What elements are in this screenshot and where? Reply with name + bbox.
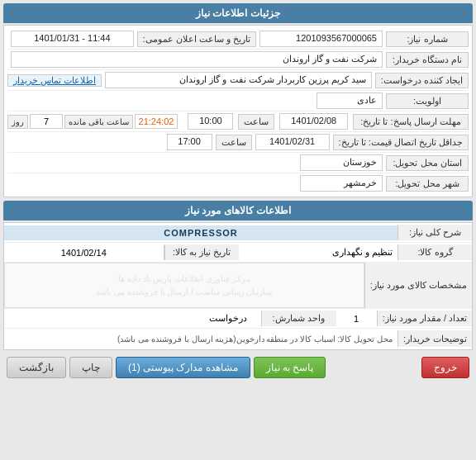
- specs-watermark: مرکز فناوری اطلاعات پارس ناد داده ها ساز…: [4, 263, 364, 308]
- goods-date-value: 1401/02/14: [4, 245, 164, 260]
- contact-link[interactable]: اطلاعات تماس خریدار: [7, 74, 102, 87]
- qty-value: 1: [336, 311, 377, 326]
- compressor-label: شرح کلی نیاز:: [397, 225, 472, 240]
- ticket-number-label: شماره نیاز:: [386, 31, 469, 47]
- remaining-time-value: 21:24:02: [135, 114, 178, 129]
- priority-row: اولویت: عادی: [7, 91, 469, 111]
- priority-label: اولویت:: [386, 93, 469, 109]
- group-label: گروه کالا:: [397, 244, 472, 260]
- button-group: پاسخ به نیاز مشاهده مدارک پیوستی (1) چاپ…: [7, 357, 326, 378]
- specs-row: مشخصات کالای مورد نیاز: مرکز فناوری اطلا…: [4, 263, 472, 309]
- to-date-value: 1401/02/31: [255, 134, 330, 150]
- buyer-row: نام دستگاه خریدار: شرکت نفت و گاز اروندا…: [7, 50, 469, 70]
- remaining-time-label: ساعت باقی مانده: [64, 115, 133, 129]
- notes-value: محل تحویل کالا: اسباب کالا در منطقه دارخ…: [4, 330, 397, 348]
- compressor-value: COMPRESSOR: [4, 225, 397, 240]
- from-date-label: مهلت ارسال پاسخ: تا تاریخ:: [353, 114, 469, 130]
- goods-info-section: شرح کلی نیاز: COMPRESSOR گروه کالا: تنظی…: [3, 222, 473, 350]
- specs-label: مشخصات کالای مورد نیاز:: [364, 263, 472, 308]
- watermark-text: مرکز فناوری اطلاعات پارس ناد داده ها ساز…: [96, 273, 272, 299]
- qty-row: تعداد / مقدار مورد نیاز: 1 واحد شمارش: د…: [4, 309, 472, 329]
- remaining-days-value: 7: [30, 114, 63, 129]
- province-label: استان محل تحویل:: [386, 155, 469, 171]
- remaining-days-label: روز: [7, 115, 28, 129]
- qty-unit-value: درخواست: [195, 311, 261, 326]
- section-header: جزئیات اطلاعات نیاز: [3, 3, 473, 23]
- date-label: تاریخ و ساعت اعلان عمومی:: [137, 31, 256, 47]
- notes-label: توضیحات خریدار:: [397, 330, 472, 347]
- to-date-row: جداقل تاریخ اتصال قیمت: تا تاریخ: 1401/0…: [7, 132, 469, 153]
- from-date-value: 1401/02/08: [279, 113, 348, 130]
- to-date-label: جداقل تاریخ اتصال قیمت: تا تاریخ:: [333, 135, 469, 150]
- priority-value: عادی: [317, 92, 383, 109]
- group-row: گروه کالا: تنظیم و نگهداری تاریخ نیاز به…: [4, 243, 472, 263]
- submit-button[interactable]: پاسخ به نیاز: [254, 357, 326, 378]
- goods-section-header: اطلاعات کالاهای مورد نیاز: [3, 201, 473, 221]
- print-button[interactable]: چاپ: [69, 357, 112, 378]
- address-row: ایجاد کننده درخواست: سید کریم پرزین کارب…: [7, 70, 469, 91]
- province-row: استان محل تحویل: خوزستان: [7, 153, 469, 173]
- exit-button[interactable]: خروج: [421, 357, 469, 378]
- address-value: سید کریم پرزین کاربردار شرکت نفت و گاز ا…: [105, 72, 372, 88]
- buyer-value: شرکت نفت و گاز اروندان: [11, 51, 383, 68]
- back-button[interactable]: بازگشت: [7, 357, 66, 378]
- from-date-row: مهلت ارسال پاسخ: تا تاریخ: 1401/02/08 سا…: [7, 111, 469, 132]
- to-time-value: 17:00: [167, 134, 212, 150]
- category-value: تنظیم و نگهداری: [239, 244, 398, 260]
- section-title: جزئیات اطلاعات نیاز: [196, 7, 280, 19]
- buyer-label: نام دستگاه خریدار:: [386, 52, 469, 68]
- city-label: شهر محل تحویل:: [386, 176, 469, 192]
- province-value: خوزستان: [300, 154, 383, 171]
- main-container: جزئیات اطلاعات نیاز شماره نیاز: 12010935…: [0, 0, 476, 385]
- from-time-value: 10:00: [188, 113, 233, 130]
- date-value: 1401/01/31 - 11:44: [11, 31, 134, 47]
- to-time-label: ساعت: [216, 135, 252, 150]
- city-value: خرمشهر: [300, 175, 383, 192]
- qty-label: تعداد / مقدار مورد نیاز:: [377, 311, 472, 326]
- qty-unit-label: واحد شمارش:: [261, 311, 336, 326]
- compressor-name-row: شرح کلی نیاز: COMPRESSOR: [4, 223, 472, 243]
- from-time-label: ساعت: [238, 114, 274, 130]
- bottom-bar: خروج پاسخ به نیاز مشاهده مدارک پیوستی (1…: [3, 353, 473, 382]
- view-button[interactable]: مشاهده مدارک پیوستی (1): [116, 357, 250, 378]
- address-label: ایجاد کننده درخواست:: [375, 73, 469, 88]
- info-section: شماره نیاز: 1201093567000065 تاریخ و ساع…: [3, 25, 473, 197]
- goods-section-title: اطلاعات کالاهای مورد نیاز: [185, 205, 291, 216]
- ticket-number-row: شماره نیاز: 1201093567000065 تاریخ و ساع…: [7, 29, 469, 50]
- goods-date-label: تاریخ نیاز به کالا:: [164, 244, 239, 260]
- city-row: شهر محل تحویل: خرمشهر: [7, 173, 469, 193]
- notes-row: توضیحات خریدار: محل تحویل کالا: اسباب کا…: [4, 329, 472, 349]
- ticket-number-value: 1201093567000065: [259, 31, 383, 47]
